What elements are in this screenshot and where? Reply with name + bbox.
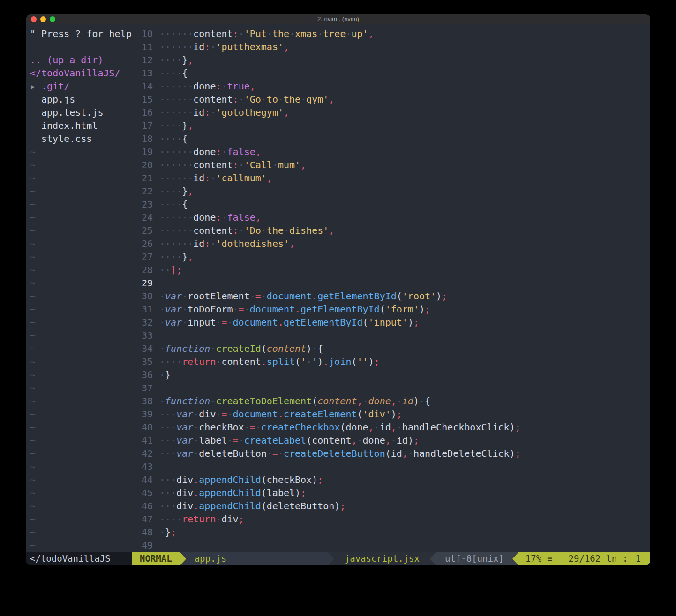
empty-line-tilde: ~ [30,329,132,342]
zoom-button[interactable] [50,16,55,22]
code-line[interactable]: 33 [132,329,650,342]
line-number: 44 [132,473,153,486]
code-line[interactable]: 46···div.appendChild(deleteButton); [132,499,650,512]
code-line[interactable]: 35····return·content.split('·').join('')… [132,355,650,368]
code-line[interactable]: 30·var·rootElement·=·document.getElement… [132,289,650,303]
explorer-item-indexhtml[interactable]: index.html [30,119,132,132]
code-token: id [380,422,391,433]
code-token: div [176,500,193,512]
code-token: id [391,448,402,459]
code-token: : [204,238,210,249]
code-line[interactable]: 12····}, [132,53,650,67]
explorer-item-git[interactable]: ▸.git/ [30,80,132,93]
minimize-button[interactable] [40,16,46,22]
empty-line-tilde: ~ [30,526,132,539]
code-token: deleteButton [267,500,335,512]
line-number: 28 [132,263,153,276]
code-token: ( [306,435,312,446]
code-line[interactable]: 20······content:·'Call·mum', [132,158,650,171]
empty-line-tilde: ~ [30,486,132,499]
explorer-item-appjs[interactable]: app.js [30,93,132,106]
code-token: · [357,435,363,446]
explorer-up-dir[interactable]: .. (up a dir) [30,53,132,67]
code-token: var [176,422,193,433]
title-bar[interactable]: 2. nvim . (nvim) [26,14,650,24]
code-token: · [159,369,165,380]
empty-line-tilde: ~ [30,198,132,211]
code-line[interactable]: 48·}; [132,526,650,539]
code-line[interactable]: 27····}, [132,250,650,263]
code-token: handleCheckboxClick [402,422,510,433]
code-line[interactable]: 26······id:·'dothedishes', [132,237,650,250]
code-line[interactable]: 17····}, [132,119,650,132]
explorer-statusline: </todoVanillaJS [26,552,132,565]
code-line[interactable]: 28··]; [132,263,650,276]
code-line[interactable]: 40···var·checkBox·=·createCheckbox(done,… [132,421,650,434]
code-line[interactable]: 16······id:·'gotothegym', [132,106,650,119]
code-token: · [239,94,244,105]
code-line[interactable]: 15······content:·'Go·to·the·gym', [132,93,650,106]
code-token: ) [413,395,419,407]
code-token: : [216,146,221,157]
code-line[interactable]: 21······id:·'callmum', [132,171,650,185]
code-line[interactable]: 34·function·createId(content)·{ [132,342,650,355]
empty-line-tilde: ~ [30,394,132,408]
close-button[interactable] [31,16,37,22]
code-token: ( [261,487,267,498]
line-number: 43 [132,460,153,473]
code-token: ( [380,304,385,315]
code-token: ) [408,435,413,446]
code-token: { [317,343,323,354]
empty-line-tilde: ~ [30,185,132,198]
code-token: : [204,41,210,52]
code-line[interactable]: 19······done:·false, [132,145,650,158]
code-token: content [193,94,233,105]
code-line[interactable]: 22····}, [132,185,650,198]
code-token: content [193,225,233,236]
code-token: , [289,238,295,249]
code-token: : [233,159,239,171]
code-line[interactable]: 39···var·div·=·document.createElement('d… [132,408,650,421]
empty-line-tilde: ~ [30,368,132,381]
cursor-column: 1 [636,552,641,565]
code-token: 'Call·mum' [244,159,300,171]
explorer-item-stylecss[interactable]: style.css [30,132,132,145]
code-token: · [312,343,317,354]
explorer-item-apptestjs[interactable]: app.test.js [30,106,132,119]
code-line[interactable]: 10······content:·'Put·the·xmas·tree·up', [132,27,650,40]
code-line[interactable]: 43 [132,460,650,473]
code-line[interactable]: 38·function·createToDoElement(content,·d… [132,394,650,408]
code-line[interactable]: 18····{ [132,132,650,145]
code-line[interactable]: 36·} [132,368,650,381]
code-token: , [188,251,193,262]
code-line[interactable]: 23····{ [132,198,650,211]
code-line[interactable]: 14······done:·true, [132,80,650,93]
code-token: 'Go·to·the·gym' [244,94,329,105]
code-line[interactable]: 25······content:·'Do·the·dishes', [132,224,650,237]
code-line[interactable]: 45···div.appendChild(label); [132,486,650,499]
code-token: = [255,290,261,302]
code-line[interactable]: 47····return·div; [132,512,650,526]
code-line[interactable]: 11······id:·'putthexmas', [132,40,650,53]
code-token: · [261,290,267,302]
code-line[interactable]: 24······done:·false, [132,211,650,224]
code-line[interactable]: 13····{ [132,67,650,80]
code-line[interactable]: 32·var·input·=·document.getElementById('… [132,316,650,329]
code-line[interactable]: 42···var·deleteButton·=·createDeleteButt… [132,447,650,460]
code-line[interactable]: 29 [132,276,650,289]
code-line[interactable]: 41···var·label·=·createLabel(content,·do… [132,434,650,447]
code-line[interactable]: 44···div.appendChild(checkBox); [132,473,650,486]
code-line[interactable]: 49 [132,539,650,552]
code-line[interactable]: 37 [132,381,650,394]
code-token: · [244,422,250,433]
empty-line-tilde: ~ [30,276,132,289]
code-token: var [165,304,182,315]
line-number: 33 [132,329,153,342]
code-line[interactable]: 31·var·toDoForm·=·document.getElementByI… [132,303,650,316]
code-token: checkBox [199,422,244,433]
code-token: · [239,28,244,39]
cursor-position: 29/162 [569,552,601,565]
airline-statusline: NORMAL app.js javascript.jsx utf-8[unix]… [132,552,650,565]
code-token: createCheckbox [261,422,340,433]
code-token: createLabel [244,435,306,446]
